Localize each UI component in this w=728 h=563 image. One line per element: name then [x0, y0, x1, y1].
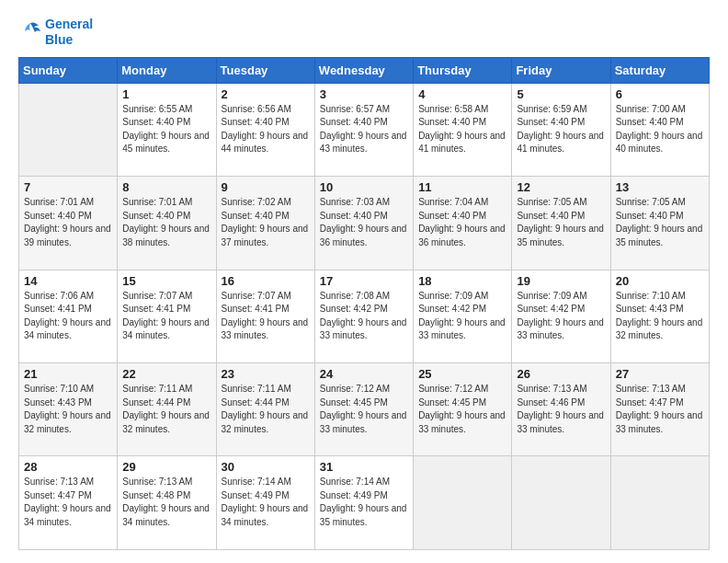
day-info: Sunrise: 7:03 AMSunset: 4:40 PMDaylight:… [320, 196, 408, 249]
day-info: Sunrise: 7:14 AMSunset: 4:49 PMDaylight:… [222, 476, 310, 529]
week-row-4: 28Sunrise: 7:13 AMSunset: 4:47 PMDayligh… [19, 456, 710, 550]
day-number: 9 [222, 180, 310, 194]
day-info: Sunrise: 7:08 AMSunset: 4:42 PMDaylight:… [320, 290, 408, 343]
calendar-cell: 8Sunrise: 7:01 AMSunset: 4:40 PMDaylight… [118, 177, 216, 270]
day-number: 1 [122, 87, 210, 101]
week-row-3: 21Sunrise: 7:10 AMSunset: 4:43 PMDayligh… [19, 363, 710, 456]
calendar-cell: 10Sunrise: 7:03 AMSunset: 4:40 PMDayligh… [314, 177, 413, 270]
day-info: Sunrise: 7:12 AMSunset: 4:45 PMDaylight:… [418, 383, 506, 436]
day-info: Sunrise: 7:07 AMSunset: 4:41 PMDaylight:… [222, 290, 310, 343]
calendar-cell: 11Sunrise: 7:04 AMSunset: 4:40 PMDayligh… [414, 177, 512, 270]
calendar-cell: 4Sunrise: 6:58 AMSunset: 4:40 PMDaylight… [414, 83, 512, 176]
day-number: 12 [517, 180, 605, 194]
day-number: 24 [320, 367, 408, 381]
day-info: Sunrise: 7:10 AMSunset: 4:43 PMDaylight:… [24, 383, 112, 436]
calendar-cell [512, 456, 610, 550]
day-number: 18 [418, 274, 506, 288]
logo: General Blue [18, 17, 93, 48]
calendar-cell: 16Sunrise: 7:07 AMSunset: 4:41 PMDayligh… [216, 270, 314, 362]
day-number: 30 [222, 460, 310, 474]
weekday-header-friday: Friday [512, 57, 610, 83]
weekday-header-wednesday: Wednesday [314, 57, 413, 83]
calendar-cell: 15Sunrise: 7:07 AMSunset: 4:41 PMDayligh… [118, 270, 216, 362]
calendar-cell [414, 456, 512, 550]
weekday-header-thursday: Thursday [414, 57, 512, 83]
day-number: 21 [24, 367, 112, 381]
calendar-cell: 30Sunrise: 7:14 AMSunset: 4:49 PMDayligh… [216, 456, 314, 550]
calendar-cell: 31Sunrise: 7:14 AMSunset: 4:49 PMDayligh… [314, 456, 413, 550]
day-info: Sunrise: 7:09 AMSunset: 4:42 PMDaylight:… [517, 290, 605, 343]
day-number: 16 [222, 274, 310, 288]
day-info: Sunrise: 7:01 AMSunset: 4:40 PMDaylight:… [122, 196, 210, 249]
logo-container: General Blue [18, 17, 93, 48]
day-info: Sunrise: 7:13 AMSunset: 4:48 PMDaylight:… [122, 476, 210, 529]
day-number: 28 [24, 460, 112, 474]
calendar-cell: 27Sunrise: 7:13 AMSunset: 4:47 PMDayligh… [610, 363, 709, 456]
calendar-cell: 14Sunrise: 7:06 AMSunset: 4:41 PMDayligh… [19, 270, 118, 362]
calendar-table: SundayMondayTuesdayWednesdayThursdayFrid… [18, 57, 710, 550]
day-info: Sunrise: 7:06 AMSunset: 4:41 PMDaylight:… [24, 290, 112, 343]
day-number: 20 [616, 274, 704, 288]
day-number: 5 [517, 87, 605, 101]
weekday-header-saturday: Saturday [610, 57, 709, 83]
logo-blue: Blue [45, 32, 93, 48]
day-info: Sunrise: 7:14 AMSunset: 4:49 PMDaylight:… [320, 476, 408, 529]
day-info: Sunrise: 6:56 AMSunset: 4:40 PMDaylight:… [222, 103, 310, 156]
day-info: Sunrise: 7:00 AMSunset: 4:40 PMDaylight:… [616, 103, 704, 156]
calendar-cell: 26Sunrise: 7:13 AMSunset: 4:46 PMDayligh… [512, 363, 610, 456]
calendar-cell: 17Sunrise: 7:08 AMSunset: 4:42 PMDayligh… [314, 270, 413, 362]
day-info: Sunrise: 6:58 AMSunset: 4:40 PMDaylight:… [418, 103, 506, 156]
calendar-cell: 29Sunrise: 7:13 AMSunset: 4:48 PMDayligh… [118, 456, 216, 550]
calendar-cell: 12Sunrise: 7:05 AMSunset: 4:40 PMDayligh… [512, 177, 610, 270]
day-number: 4 [418, 87, 506, 101]
day-info: Sunrise: 6:59 AMSunset: 4:40 PMDaylight:… [517, 103, 605, 156]
day-number: 2 [222, 87, 310, 101]
day-number: 8 [122, 180, 210, 194]
day-number: 19 [517, 274, 605, 288]
day-number: 29 [122, 460, 210, 474]
day-info: Sunrise: 7:09 AMSunset: 4:42 PMDaylight:… [418, 290, 506, 343]
calendar-cell: 9Sunrise: 7:02 AMSunset: 4:40 PMDaylight… [216, 177, 314, 270]
day-number: 22 [122, 367, 210, 381]
day-number: 14 [24, 274, 112, 288]
day-info: Sunrise: 7:13 AMSunset: 4:47 PMDaylight:… [616, 383, 704, 436]
day-info: Sunrise: 6:55 AMSunset: 4:40 PMDaylight:… [122, 103, 210, 156]
calendar-cell: 5Sunrise: 6:59 AMSunset: 4:40 PMDaylight… [512, 83, 610, 176]
day-number: 31 [320, 460, 408, 474]
weekday-header-sunday: Sunday [19, 57, 118, 83]
day-number: 15 [122, 274, 210, 288]
calendar-cell: 28Sunrise: 7:13 AMSunset: 4:47 PMDayligh… [19, 456, 118, 550]
weekday-header-monday: Monday [118, 57, 216, 83]
calendar-cell: 6Sunrise: 7:00 AMSunset: 4:40 PMDaylight… [610, 83, 709, 176]
calendar-cell: 3Sunrise: 6:57 AMSunset: 4:40 PMDaylight… [314, 83, 413, 176]
day-number: 13 [616, 180, 704, 194]
week-row-1: 7Sunrise: 7:01 AMSunset: 4:40 PMDaylight… [19, 177, 710, 270]
week-row-0: 1Sunrise: 6:55 AMSunset: 4:40 PMDaylight… [19, 83, 710, 176]
day-number: 23 [222, 367, 310, 381]
logo-text-block: General Blue [45, 17, 93, 48]
weekday-header-tuesday: Tuesday [216, 57, 314, 83]
calendar-cell: 7Sunrise: 7:01 AMSunset: 4:40 PMDaylight… [19, 177, 118, 270]
day-info: Sunrise: 7:12 AMSunset: 4:45 PMDaylight:… [320, 383, 408, 436]
calendar-cell: 22Sunrise: 7:11 AMSunset: 4:44 PMDayligh… [118, 363, 216, 456]
day-info: Sunrise: 7:10 AMSunset: 4:43 PMDaylight:… [616, 290, 704, 343]
calendar-cell [19, 83, 118, 176]
weekday-header-row: SundayMondayTuesdayWednesdayThursdayFrid… [19, 57, 710, 83]
day-info: Sunrise: 7:01 AMSunset: 4:40 PMDaylight:… [24, 196, 112, 249]
day-info: Sunrise: 7:02 AMSunset: 4:40 PMDaylight:… [222, 196, 310, 249]
logo-bird-icon [18, 20, 42, 44]
day-info: Sunrise: 7:04 AMSunset: 4:40 PMDaylight:… [418, 196, 506, 249]
header: General Blue [18, 17, 710, 48]
day-info: Sunrise: 7:11 AMSunset: 4:44 PMDaylight:… [122, 383, 210, 436]
day-number: 25 [418, 367, 506, 381]
day-number: 7 [24, 180, 112, 194]
day-number: 26 [517, 367, 605, 381]
day-info: Sunrise: 7:11 AMSunset: 4:44 PMDaylight:… [222, 383, 310, 436]
calendar-cell: 2Sunrise: 6:56 AMSunset: 4:40 PMDaylight… [216, 83, 314, 176]
day-info: Sunrise: 6:57 AMSunset: 4:40 PMDaylight:… [320, 103, 408, 156]
day-info: Sunrise: 7:13 AMSunset: 4:47 PMDaylight:… [24, 476, 112, 529]
week-row-2: 14Sunrise: 7:06 AMSunset: 4:41 PMDayligh… [19, 270, 710, 362]
calendar-cell: 25Sunrise: 7:12 AMSunset: 4:45 PMDayligh… [414, 363, 512, 456]
day-number: 27 [616, 367, 704, 381]
day-number: 3 [320, 87, 408, 101]
